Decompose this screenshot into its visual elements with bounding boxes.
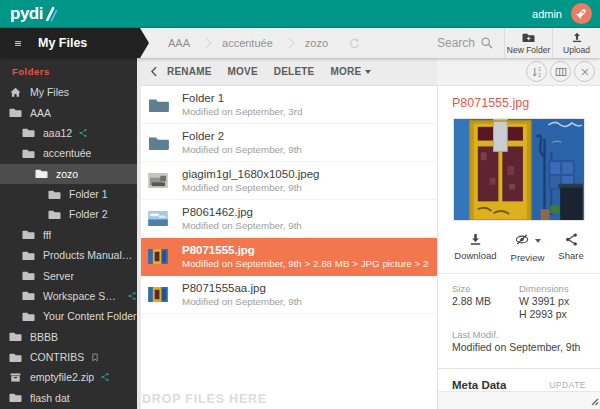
folder-icon [35, 167, 48, 180]
file-name: Folder 1 [182, 92, 429, 105]
image-thumbnail [148, 287, 169, 303]
topbar-user-area: admin [532, 3, 592, 24]
hamburger-icon [14, 36, 22, 51]
sidebar-item-folder-1[interactable]: Folder 1 [0, 184, 137, 204]
resize-grip-icon[interactable] [589, 396, 599, 408]
shared-badge-icon [127, 291, 137, 301]
folders-header: Folders [0, 58, 137, 82]
file-row-p8071555aa[interactable]: P8071555aa.jpg Modified on September, 9t… [141, 276, 437, 314]
sidebar-scrollbar[interactable] [137, 58, 141, 409]
sidebar-item-aaa12[interactable]: aaa12 [0, 123, 137, 143]
folder-icon [22, 126, 35, 139]
search-icon [480, 36, 494, 50]
rename-button[interactable]: RENAME [167, 66, 212, 77]
drop-zone-label: DROP FILES HERE [142, 392, 267, 406]
folders-sidebar: Folders My Files AAA aaa12 accentuée zoz… [0, 58, 137, 409]
folder-icon [22, 289, 35, 302]
close-panel-button[interactable] [574, 61, 595, 82]
last-modified-row: Last Modif. Modified on September, 9th [438, 321, 600, 364]
sidebar-item-folder-2[interactable]: Folder 2 [0, 204, 137, 224]
pydio-logo[interactable]: pydi [10, 5, 59, 23]
sidebar-item-contribs[interactable]: CONTRIBS [0, 347, 137, 367]
file-name: P8061462.jpg [182, 206, 429, 219]
upload-icon [570, 31, 584, 44]
top-actions: Search New Folder Upload [427, 28, 600, 58]
sidebar-item-emptyfile2-zip[interactable]: emptyfile2.zip [0, 367, 137, 387]
back-button[interactable] [148, 65, 161, 78]
breadcrumb: AAA accentuée zozo [158, 28, 361, 58]
archive-icon [9, 371, 22, 384]
file-row-folder-1[interactable]: Folder 1 Modified on September, 3rd [141, 86, 437, 124]
delete-button[interactable]: DELETE [274, 66, 315, 77]
sidebar-item-aaa[interactable]: AAA [0, 102, 137, 122]
dimensions-label: Dimensions [519, 283, 586, 295]
sidebar-item-your-content-folder[interactable]: Your Content Folder [0, 306, 137, 326]
search-input[interactable]: Search [427, 36, 504, 50]
more-button[interactable]: MORE [330, 66, 371, 77]
update-link[interactable]: UPDATE [549, 380, 586, 390]
share-button[interactable]: Share [558, 232, 583, 263]
chevron-right-icon [200, 37, 211, 48]
folder-icon [9, 351, 22, 364]
image-thumbnail [148, 173, 169, 189]
sidebar-item-fff[interactable]: fff [0, 225, 137, 245]
file-row-p8061462[interactable]: P8061462.jpg Modified on September, 9th [141, 200, 437, 238]
file-row-folder-2[interactable]: Folder 2 Modified on September, 9th [141, 124, 437, 162]
file-details-panel: P8071555.jpg Download Preview Share [437, 86, 600, 409]
folder-icon [22, 269, 35, 282]
file-row-giagim[interactable]: giagim1gl_1680x1050.jpeg Modified on Sep… [141, 162, 437, 200]
eye-off-icon [514, 232, 530, 249]
sidebar-item-accentuee[interactable]: accentuée [0, 143, 137, 163]
folder-icon [48, 208, 61, 221]
new-folder-button[interactable]: New Folder [505, 28, 552, 58]
folder-icon [22, 310, 35, 323]
sort-button[interactable] [526, 61, 547, 82]
top-app-bar: pydi admin [0, 0, 600, 28]
breadcrumb-item[interactable]: accentuée [212, 37, 283, 49]
search-placeholder: Search [437, 36, 475, 50]
home-icon [9, 86, 22, 99]
rocket-avatar-icon [572, 4, 591, 23]
columns-view-button[interactable] [550, 61, 571, 82]
new-folder-icon [521, 31, 536, 44]
file-list: Folder 1 Modified on September, 3rd Fold… [141, 86, 437, 409]
move-button[interactable]: MOVE [228, 66, 258, 77]
sidebar-item-zozo[interactable]: zozo [0, 164, 137, 184]
sidebar-item-flash-dat[interactable]: flash dat [0, 388, 137, 408]
folder-icon [22, 249, 35, 262]
details-actions: Download Preview Share [438, 221, 600, 269]
file-meta: Modified on September, 9th [182, 182, 429, 194]
image-thumbnail [148, 249, 169, 265]
size-dimensions-row: Size 2.88 MB Dimensions W 3991 px H 2993… [438, 274, 600, 321]
caret-down-icon [365, 70, 371, 74]
file-name: giagim1gl_1680x1050.jpeg [182, 168, 429, 181]
workspace-bar: My Files AAA accentuée zozo Search New F… [0, 28, 600, 58]
sidebar-item-server[interactable]: Server [0, 265, 137, 285]
upload-button[interactable]: Upload [553, 28, 600, 58]
preview-button[interactable]: Preview [511, 232, 545, 263]
refresh-icon[interactable] [348, 37, 361, 50]
folder-icon [9, 330, 22, 343]
image-preview[interactable] [453, 118, 585, 221]
user-avatar[interactable] [571, 3, 592, 24]
dimensions-width: W 3991 px [519, 295, 586, 308]
last-modified-label: Last Modif. [452, 329, 586, 341]
breadcrumb-item[interactable]: AAA [158, 37, 200, 49]
sidebar-item-bbbb[interactable]: BBBB [0, 327, 137, 347]
download-button[interactable]: Download [454, 232, 496, 263]
details-title: P8071555.jpg [438, 86, 600, 118]
file-meta: Modified on September, 3rd [182, 106, 429, 118]
file-meta: Modified on September, 9th [182, 144, 429, 156]
sidebar-item-my-files[interactable]: My Files [0, 82, 137, 102]
file-row-p8071555-selected[interactable]: P8071555.jpg Modified on September, 9th … [141, 238, 437, 276]
file-name: P8071555aa.jpg [182, 282, 429, 295]
bookmark-icon [90, 352, 100, 363]
columns-icon [554, 65, 568, 79]
workspace-title: My Files [38, 36, 87, 50]
size-label: Size [452, 283, 519, 295]
hamburger-menu-button[interactable] [8, 33, 28, 53]
breadcrumb-item[interactable]: zozo [295, 37, 338, 49]
sidebar-item-workspace-sharing[interactable]: Workspace Sharing [0, 286, 137, 306]
sidebar-item-products-manuals[interactable]: Products Manuals - PDF [0, 245, 137, 265]
shared-badge-icon [100, 372, 110, 382]
